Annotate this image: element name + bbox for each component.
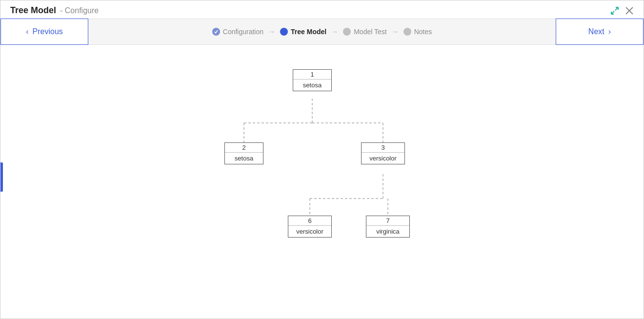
step-label-notes: Notes [414,28,432,36]
left-accent-bar [0,162,3,192]
step-notes: Notes [403,28,432,36]
node-3-label: versicolor [362,153,404,164]
page-subtitle: - Configure [60,6,99,15]
step-label-model-test: Model Test [354,28,386,36]
title-bar-left: Tree Model - Configure [10,5,99,16]
step-dot-notes [403,28,411,36]
expand-icon[interactable] [610,6,619,15]
chevron-left-icon: ‹ [26,27,28,36]
node-1-label: setosa [293,80,331,91]
step-tree-model: Tree Model [280,28,326,36]
arrow-1: → [268,28,275,36]
step-label-tree-model: Tree Model [291,28,326,36]
title-bar: Tree Model - Configure [0,0,644,19]
page-title: Tree Model [10,5,56,16]
node-3-number: 3 [362,143,404,153]
close-icon[interactable] [625,6,634,15]
step-dot-tree-model [280,28,288,36]
tree-lines [176,60,468,284]
tree-diagram: 1 setosa 2 setosa 3 versicolor 6 versico… [176,60,468,284]
arrow-2: → [331,28,338,36]
node-6-label: versicolor [288,226,331,237]
previous-button[interactable]: ‹ Previous [0,19,88,45]
next-button[interactable]: Next › [556,19,644,45]
node-6-number: 6 [288,216,331,226]
previous-label: Previous [33,27,63,36]
next-label: Next [588,27,604,36]
tree-node-2[interactable]: 2 setosa [224,142,263,164]
step-configuration: Configuration [212,28,263,36]
node-2-number: 2 [225,143,263,153]
title-icons [610,6,634,15]
tree-node-3[interactable]: 3 versicolor [361,142,405,164]
step-dot-model-test [343,28,351,36]
steps-nav: Configuration → Tree Model → Model Test … [212,28,432,36]
main-content: 1 setosa 2 setosa 3 versicolor 6 versico… [0,45,644,309]
nav-bar: ‹ Previous Configuration → Tree Model → … [0,19,644,45]
step-model-test: Model Test [343,28,386,36]
chevron-right-icon: › [608,27,611,36]
node-7-number: 7 [366,216,409,226]
step-dot-configuration [212,28,220,36]
tree-node-7[interactable]: 7 virginica [366,216,410,238]
node-7-label: virginica [366,226,409,237]
tree-node-1[interactable]: 1 setosa [293,69,332,91]
step-label-configuration: Configuration [223,28,263,36]
arrow-3: → [392,28,399,36]
node-2-label: setosa [225,153,263,164]
node-1-number: 1 [293,70,331,80]
tree-node-6[interactable]: 6 versicolor [288,216,332,238]
